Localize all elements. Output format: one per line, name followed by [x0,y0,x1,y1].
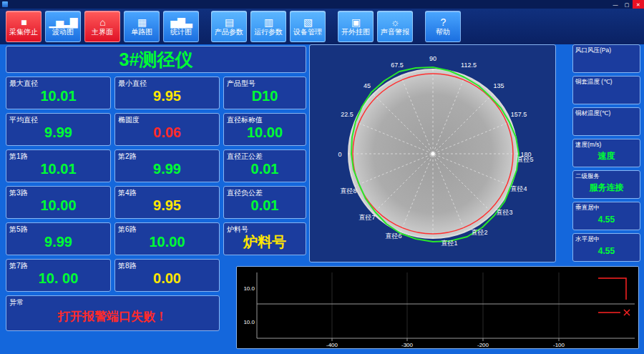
button-label: 统计图 [170,29,192,36]
metric-cell: 第1路 10.01 [6,149,111,182]
x-tick-label: -300 [401,342,414,348]
metric-cell: 最大直径 10.01 [6,77,111,109]
trend-chart-svg: 10.0 10.0 -400 -300 -200 -100 [237,267,638,348]
help-button[interactable]: ? 帮助 [425,11,461,42]
diameter-label: 直径3 [496,209,512,216]
metric-cell: 直径正公差 0.01 [223,149,306,182]
metric-cell: 第4路 9.95 [114,186,220,219]
metric-value: 9.95 [115,187,219,218]
bar-chart-icon: ▅▇▃ [170,17,191,27]
metric-value: 9.99 [6,114,110,145]
status-value: 4.55 [573,202,640,230]
status-box: 水平居中 4.55 [572,233,640,262]
run-params-button[interactable]: ▥ 运行参数 [250,11,286,42]
metric-cell: 第2路 9.99 [114,149,220,182]
trend-chart: 10.0 10.0 -400 -300 -200 -100 [236,266,639,349]
metric-cell: 平均直径 9.99 [6,113,111,146]
external-window-icon: ▣ [351,17,360,27]
angle-label: 67.5 [391,62,404,69]
product-params-button[interactable]: ▤ 产品参数 [211,11,247,42]
metric-cell: 第6路 10.00 [114,222,220,255]
status-box: 垂直居中 4.55 [572,202,640,230]
status-box: 铜套温度 (℃) [572,76,640,104]
diameter-label: 直径4 [510,185,527,192]
status-box: 铜材温度(℃) [572,107,640,136]
angle-label: 135 [493,82,504,89]
x-tick-label: -400 [326,342,338,348]
status-value [573,77,640,104]
window-controls: — ▢ ✕ [610,0,644,9]
diameter-label: 直径8 [340,187,356,195]
metric-value: 0.00 [115,260,219,291]
status-value: 4.55 [573,234,640,261]
device-manage-button[interactable]: ▧ 设备管理 [290,11,326,42]
diameter-label: 直径2 [471,229,487,236]
app-icon [2,1,8,7]
maximize-button[interactable]: ▢ [621,0,633,9]
metric-cell: 直径标称值 10.00 [223,113,306,146]
wave-chart-button[interactable]: ▁▅▂▇ 波动图 [45,11,81,42]
button-label: 开外挂图 [341,29,370,36]
metric-cell: 产品型号 D10 [223,77,306,109]
status-box: 二级服务 服务连接 [572,170,640,199]
button-label: 设备管理 [293,29,322,36]
metric-cell: 第8路 0.00 [114,259,220,292]
y-tick-label: 10.0 [243,319,255,325]
close-button[interactable]: ✕ [633,0,644,9]
external-chart-button[interactable]: ▣ 开外挂图 [338,11,374,42]
button-label: 产品参数 [215,29,243,36]
status-box: 风口风压(Pa) [572,44,640,73]
status-value: 服务连接 [573,171,640,198]
alarm-message: 打开报警端口失败！ [6,296,219,330]
gauge-title: 3#测径仪 [6,46,306,73]
button-label: 单路图 [131,29,152,36]
metric-cell: 最小直径 9.95 [114,77,220,109]
waveform-icon: ▁▅▂▇ [49,17,77,27]
alarm-lamp-icon: ☼ [391,17,399,27]
stop-collection-button[interactable]: ■ 采集停止 [6,11,42,42]
angle-label: 45 [364,82,371,89]
trend-x-ticks: -400 -300 -200 -100 [326,342,565,348]
angle-label: 112.5 [461,62,477,69]
metric-value: 9.99 [6,223,110,255]
toolbar: ■ 采集停止 ▁▅▂▇ 波动图 ⌂ 主界面 ▦ 单路图 ▅▇▃ 统计图 ▤ 产品… [0,9,644,44]
home-icon: ⌂ [99,17,104,27]
metric-value: D10 [224,77,306,109]
metric-value: 10.01 [6,150,110,182]
button-label: 主界面 [92,29,113,36]
button-label: 声音警报 [381,29,409,36]
diameter-label: 直径1 [441,240,457,247]
metric-cell: 第5路 9.99 [6,222,111,255]
main-view-button[interactable]: ⌂ 主界面 [84,11,120,42]
metric-value: 10. 00 [6,260,110,291]
button-label: 帮助 [436,29,450,36]
metric-cell: 炉料号 炉料号 [223,222,306,255]
alarm-panel: 异常 打开报警端口失败！ [6,295,220,331]
button-label: 波动图 [52,29,74,36]
metric-value: 炉料号 [224,223,306,255]
device-manage-icon: ▧ [303,17,312,27]
metric-value: 0.01 [224,150,306,182]
product-params-icon: ▤ [225,17,233,27]
trend-gridlines [332,272,559,338]
single-channel-chart-button[interactable]: ▦ 单路图 [124,11,160,42]
metric-value: 10.00 [6,187,110,218]
sound-alarm-button[interactable]: ☼ 声音警报 [377,11,413,42]
button-label: 采集停止 [9,29,38,36]
metric-value: 0.06 [115,114,219,145]
run-params-icon: ▥ [264,17,273,27]
angle-label: 157.5 [511,111,527,118]
metric-value: 9.99 [115,150,219,182]
status-value: 速度 [573,139,640,167]
trend-axes [257,272,635,341]
minimize-button[interactable]: — [610,0,621,9]
stats-chart-button[interactable]: ▅▇▃ 统计图 [163,11,199,42]
metric-cell: 直径负公差 0.01 [223,186,306,219]
diameter-label: 直径5 [517,156,533,163]
center-dot [431,152,435,156]
app-window: — ▢ ✕ ■ 采集停止 ▁▅▂▇ 波动图 ⌂ 主界面 ▦ 单路图 ▅▇▃ 统计… [0,0,644,354]
diameter-label: 直径7 [358,214,375,221]
angle-label: 22.5 [341,111,353,118]
metric-cell: 椭圆度 0.06 [114,113,220,146]
status-box: 速度(m/s) 速度 [572,139,640,167]
